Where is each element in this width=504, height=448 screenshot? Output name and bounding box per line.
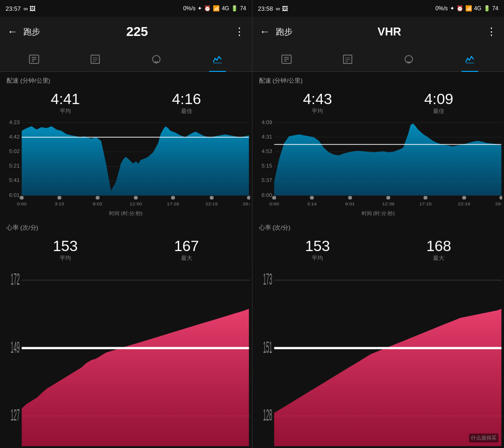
svg-text:5:02: 5:02 — [9, 149, 20, 154]
tab-laps-right[interactable] — [400, 51, 417, 68]
pace-best-label-left: 最佳 — [181, 107, 192, 115]
svg-point-36 — [171, 196, 175, 200]
pace-avg-label-left: 平均 — [60, 107, 71, 115]
pace-section-right: 配速 (分钟/公里) — [252, 72, 504, 90]
svg-text:8:01: 8:01 — [345, 202, 355, 207]
pace-best-value-right: 4:09 — [424, 91, 453, 106]
pace-best-value-left: 4:16 — [172, 91, 201, 106]
watermark: 什么值得买 — [469, 434, 498, 442]
pace-best-right: 4:09 最佳 — [424, 91, 453, 115]
icons-left: ∞ 🖼 — [24, 5, 36, 12]
header-bar-left: ← 跑步 225 ⋮ — [0, 17, 252, 47]
main-content: 配速 (分钟/公里) 4:41 平均 4:16 最佳 — [0, 72, 504, 448]
time-left: 23:57 — [6, 5, 21, 12]
pace-avg-right: 4:43 平均 — [303, 91, 332, 115]
hr-max-left: 167 最大 — [174, 238, 199, 262]
svg-text:6:01: 6:01 — [9, 192, 20, 197]
hr-max-value-right: 168 — [426, 238, 451, 253]
back-button-left[interactable]: ← — [7, 26, 18, 38]
svg-point-37 — [210, 196, 214, 200]
hr-avg-value-right: 153 — [305, 238, 330, 253]
hr-max-right: 168 最大 — [426, 238, 451, 262]
pace-title-right: 配速 (分钟/公里) — [259, 77, 498, 85]
svg-text:12:39: 12:39 — [382, 202, 394, 207]
hr-avg-label-left: 平均 — [60, 254, 71, 262]
status-bar-left: 23:57 ∞ 🖼 0%/s ✦ ⏰ 📶 4G 🔋 74 — [0, 0, 252, 17]
svg-text:4:31: 4:31 — [261, 134, 272, 139]
svg-point-35 — [134, 196, 138, 200]
hr-stats-left: 153 平均 167 最大 — [0, 237, 252, 265]
svg-point-34 — [96, 196, 100, 200]
battery-icon-left: 🔋 — [231, 5, 238, 12]
status-bar-right: 23:58 ∞ 🖼 0%/s ✦ ⏰ 📶 4G 🔋 74 — [252, 0, 504, 17]
pace-avg-left: 4:41 平均 — [51, 91, 80, 115]
tab-summary-right[interactable] — [339, 51, 356, 68]
svg-point-69 — [310, 196, 314, 200]
pace-chart-left: 4:23 4:42 5:02 5:21 5:41 6:01 — [2, 118, 250, 209]
status-left-left: 23:57 ∞ 🖼 — [6, 5, 35, 12]
pace-x-title-left: 时间 (时:分:秒) — [0, 209, 252, 219]
tab-bars — [0, 47, 504, 72]
back-button-right[interactable]: ← — [260, 26, 270, 38]
pace-stats-right: 4:43 平均 4:09 最佳 — [252, 90, 504, 118]
svg-text:4:42: 4:42 — [9, 134, 20, 139]
battery-right: 74 — [492, 5, 498, 12]
svg-text:26:49: 26:49 — [243, 202, 250, 207]
svg-text:4:09: 4:09 — [261, 119, 272, 125]
svg-text:173: 173 — [263, 270, 272, 288]
svg-text:0:00: 0:00 — [17, 202, 27, 207]
tab-bar-right — [252, 47, 504, 71]
hr-avg-left: 153 平均 — [53, 238, 77, 262]
tab-chart-left[interactable] — [209, 51, 226, 68]
svg-text:5:41: 5:41 — [9, 178, 20, 183]
wifi-icon-left: 📶 — [213, 5, 220, 12]
header-title-right: VHR — [298, 25, 481, 38]
hr-max-label-right: 最大 — [433, 254, 444, 262]
tab-laps-left[interactable] — [148, 51, 165, 68]
alarm-icon-left: ⏰ — [204, 5, 211, 12]
tab-activity-left[interactable] — [26, 51, 42, 68]
bluetooth-icon-left: ✦ — [197, 5, 202, 12]
time-right: 23:58 — [258, 5, 273, 12]
pace-best-label-right: 最佳 — [433, 107, 444, 115]
hr-max-label-left: 最大 — [181, 254, 192, 262]
pace-best-left: 4:16 最佳 — [172, 91, 201, 115]
svg-text:3:14: 3:14 — [307, 202, 316, 207]
tab-bar-left — [0, 47, 252, 71]
hr-max-value-left: 167 — [174, 238, 199, 253]
menu-button-left[interactable]: ⋮ — [234, 26, 245, 38]
svg-text:22:16: 22:16 — [458, 202, 470, 207]
pace-avg-value-right: 4:43 — [303, 91, 332, 106]
svg-text:0:00: 0:00 — [269, 202, 279, 207]
hr-chart-area-left: 172 149 127 — [2, 265, 250, 446]
hr-title-left: 心率 (次/分) — [7, 224, 245, 232]
tab-chart-right[interactable] — [462, 51, 478, 68]
pace-avg-label-right: 平均 — [312, 107, 323, 115]
svg-text:3:15: 3:15 — [55, 202, 64, 207]
svg-text:127: 127 — [11, 406, 20, 424]
status-bars: 23:57 ∞ 🖼 0%/s ✦ ⏰ 📶 4G 🔋 74 23:58 ∞ 🖼 0… — [0, 0, 504, 17]
header-bars: ← 跑步 225 ⋮ ← 跑步 VHR ⋮ — [0, 17, 504, 47]
hr-title-right: 心率 (次/分) — [259, 224, 498, 232]
pace-section-left: 配速 (分钟/公里) — [0, 72, 252, 90]
alarm-icon-right: ⏰ — [456, 5, 463, 12]
svg-text:6:00: 6:00 — [261, 192, 272, 197]
status-right-right: 0%/s ✦ ⏰ 📶 4G 🔋 74 — [435, 5, 498, 12]
menu-button-right[interactable]: ⋮ — [486, 26, 497, 38]
svg-point-32 — [20, 196, 24, 200]
status-left-right: 23:58 ∞ 🖼 — [258, 5, 288, 12]
header-subtitle-left: 跑步 — [23, 26, 40, 37]
svg-point-33 — [57, 196, 62, 200]
svg-text:151: 151 — [263, 337, 272, 356]
wifi-icon-right: 📶 — [465, 5, 472, 12]
header-bar-right: ← 跑步 VHR ⋮ — [252, 17, 504, 47]
left-panel: 配速 (分钟/公里) 4:41 平均 4:16 最佳 — [0, 72, 252, 448]
tab-summary-left[interactable] — [87, 51, 104, 68]
svg-text:4:23: 4:23 — [9, 119, 20, 125]
svg-text:12:50: 12:50 — [130, 202, 142, 207]
svg-point-73 — [462, 196, 466, 200]
svg-text:22:15: 22:15 — [205, 202, 218, 207]
svg-point-72 — [423, 196, 427, 200]
tab-activity-right[interactable] — [278, 51, 295, 68]
svg-point-68 — [272, 196, 276, 200]
